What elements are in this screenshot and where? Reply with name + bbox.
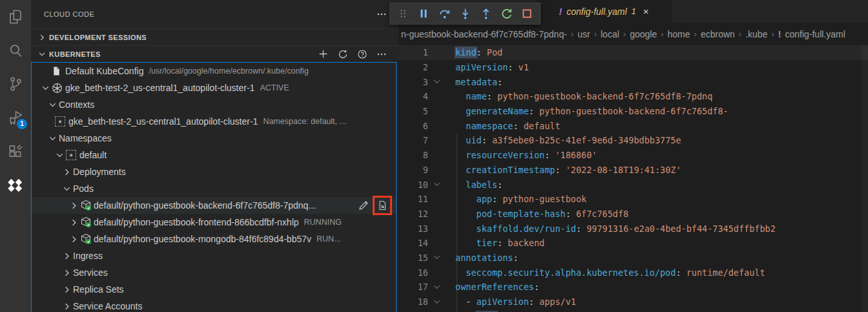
breadcrumb-item[interactable]: home bbox=[668, 29, 690, 39]
more-actions-icon[interactable] bbox=[377, 49, 387, 59]
line-number: 17 bbox=[398, 282, 428, 292]
section-kubernetes[interactable]: KUBERNETES bbox=[31, 45, 398, 62]
fold-chevron-icon[interactable] bbox=[428, 297, 445, 307]
source-control-icon[interactable] bbox=[0, 67, 31, 101]
chevron-right-icon[interactable] bbox=[69, 234, 80, 244]
line-number: 13 bbox=[398, 224, 428, 234]
fold-chevron-icon[interactable] bbox=[428, 180, 445, 189]
line-number: 9 bbox=[398, 165, 428, 175]
tree-item-pods[interactable]: Pods bbox=[32, 180, 396, 197]
code-line-10: 10 labels: bbox=[398, 177, 868, 192]
add-icon[interactable] bbox=[318, 48, 329, 59]
chevron-down-icon[interactable] bbox=[55, 151, 66, 160]
code-line-9: 9 creationTimestamp: '2022-08-18T19:41:3… bbox=[398, 163, 868, 178]
activity-bar: 1 bbox=[0, 0, 31, 312]
close-icon[interactable]: × bbox=[643, 6, 649, 17]
line-number: 12 bbox=[398, 209, 428, 219]
breadcrumb-item[interactable]: n-guestbook-backend-6f7c765df8-7pdnq- bbox=[401, 29, 567, 39]
line-number: 16 bbox=[398, 267, 428, 278]
code-line-11: 11 app: python-guestbook bbox=[398, 192, 868, 207]
tree-item-namespaces[interactable]: Namespaces bbox=[32, 130, 396, 147]
breadcrumb-separator: › bbox=[594, 29, 597, 39]
tree-item-replica-sets[interactable]: Replica Sets bbox=[32, 281, 396, 298]
chevron-right-icon[interactable] bbox=[62, 302, 73, 311]
breadcrumb-item[interactable]: local bbox=[601, 29, 619, 39]
open-yaml-icon[interactable] bbox=[377, 200, 388, 211]
stop-icon[interactable] bbox=[518, 5, 536, 23]
search-icon[interactable] bbox=[0, 34, 31, 67]
tree-item-label: Service Accounts bbox=[73, 301, 142, 311]
fold-chevron-icon[interactable] bbox=[428, 77, 445, 87]
step-out-icon[interactable] bbox=[477, 5, 495, 23]
chevron-down-icon bbox=[37, 50, 49, 59]
tree-item-description: ACTIVE bbox=[260, 83, 289, 92]
chevron-right-icon[interactable] bbox=[62, 251, 73, 261]
drag-handle-icon[interactable] bbox=[394, 5, 412, 23]
tree-item-services[interactable]: Services bbox=[32, 264, 396, 281]
tree-item-service-accounts[interactable]: Service Accounts bbox=[32, 298, 396, 312]
code-line-3: 3metadata: bbox=[398, 74, 868, 89]
edit-pencil-icon[interactable] bbox=[358, 200, 369, 211]
problem-indicator: ! bbox=[559, 6, 562, 17]
code-line-8: 8 resourceVersion: '186860' bbox=[398, 148, 868, 163]
chevron-down-icon[interactable] bbox=[62, 184, 73, 194]
tree-item-gke-beth-test-2-us-central1-autopilot-cl[interactable]: gke_beth-test-2_us-central1_autopilot-cl… bbox=[32, 79, 396, 96]
cloud-code-icon[interactable] bbox=[0, 168, 31, 202]
code-line-4: 4 name: python-guestbook-backend-6f7c765… bbox=[398, 89, 868, 104]
tree-item-default-python-guestbook-frontend-866bcd[interactable]: default/python-guestbook-frontend-866bcd… bbox=[32, 214, 396, 231]
line-number: 1 bbox=[398, 47, 428, 57]
tree-item-default[interactable]: *default bbox=[32, 147, 396, 163]
more-actions-icon[interactable] bbox=[377, 9, 387, 19]
tree-item-label: Ingress bbox=[73, 251, 103, 261]
tree-item-default-python-guestbook-mongodb-84f6fc8[interactable]: default/python-guestbook-mongodb-84f6fc8… bbox=[32, 231, 396, 247]
code-line-18: 18 - apiVersion: apps/v1 bbox=[398, 295, 868, 309]
panel-title: CLOUD CODE bbox=[44, 10, 377, 18]
pod-icon bbox=[80, 216, 94, 228]
chevron-right-icon[interactable] bbox=[62, 285, 73, 295]
tab-config-full-yaml[interactable]: ! config-full.yaml 1 × bbox=[536, 0, 672, 23]
breadcrumb: n-guestbook-backend-6f7c765df8-7pdnq-›us… bbox=[398, 23, 868, 45]
tree-item-label: default/python-guestbook-frontend-866bcd… bbox=[94, 217, 299, 227]
step-over-icon[interactable] bbox=[435, 5, 453, 23]
code-editor[interactable]: 1kind: Pod2apiVersion: v13metadata:4 nam… bbox=[398, 45, 868, 312]
breadcrumb-separator: › bbox=[623, 29, 626, 39]
tree-item-default-kubeconfig[interactable]: Default KubeConfig/usr/local/google/home… bbox=[32, 63, 396, 79]
chevron-down-icon[interactable] bbox=[41, 83, 52, 93]
fold-chevron-icon[interactable] bbox=[428, 253, 445, 262]
tree-item-description: /usr/local/google/home/ecbrown/.kube/con… bbox=[149, 67, 308, 76]
section-development-sessions[interactable]: DEVELOPMENT SESSIONS bbox=[31, 28, 398, 45]
extensions-icon[interactable] bbox=[0, 134, 31, 168]
step-into-icon[interactable] bbox=[456, 5, 474, 23]
chevron-down-icon[interactable] bbox=[48, 134, 59, 143]
line-number: 14 bbox=[398, 238, 428, 248]
tree-item-contexts[interactable]: Contexts bbox=[32, 96, 396, 113]
chevron-right-icon[interactable] bbox=[69, 201, 80, 211]
tree-item-label: Services bbox=[73, 267, 108, 278]
breadcrumb-item[interactable]: .kube bbox=[745, 29, 767, 39]
tree-item-default-python-guestbook-backend-6f7c765[interactable]: default/python-guestbook-backend-6f7c765… bbox=[32, 197, 396, 214]
fold-chevron-icon[interactable] bbox=[428, 282, 445, 292]
chevron-right-icon[interactable] bbox=[62, 268, 73, 278]
tab-badge: 1 bbox=[632, 6, 636, 16]
chevron-right-icon[interactable] bbox=[69, 218, 80, 227]
tree-item-gke-beth-test-2-us-central1-autopilot-cl[interactable]: *gke_beth-test-2_us-central1_autopilot-c… bbox=[32, 113, 396, 130]
explorer-icon[interactable] bbox=[0, 0, 31, 34]
breadcrumb-item[interactable]: usr bbox=[577, 29, 590, 39]
pause-icon[interactable] bbox=[415, 5, 433, 23]
restart-icon[interactable] bbox=[497, 5, 515, 23]
code-line-14: 14 tier: backend bbox=[398, 236, 868, 251]
tree-item-deployments[interactable]: Deployments bbox=[32, 163, 396, 180]
breadcrumb-item-filename[interactable]: config-full.yaml bbox=[785, 29, 845, 39]
breadcrumb-item[interactable]: ecbrown bbox=[701, 29, 735, 39]
tree-item-ingress[interactable]: Ingress bbox=[32, 247, 396, 264]
breadcrumb-item[interactable]: google bbox=[630, 29, 657, 39]
help-icon[interactable] bbox=[357, 49, 367, 59]
refresh-icon[interactable] bbox=[338, 49, 348, 59]
pod-icon bbox=[80, 200, 94, 211]
line-number: 18 bbox=[398, 296, 428, 307]
chevron-right-icon[interactable] bbox=[62, 167, 73, 177]
run-and-debug-icon[interactable]: 1 bbox=[0, 101, 31, 134]
chevron-down-icon[interactable] bbox=[48, 100, 59, 110]
editor-group: ! config-full.yaml 1 × n-guestbook-backe… bbox=[398, 0, 868, 312]
editor-scrollbar[interactable] bbox=[862, 45, 868, 312]
